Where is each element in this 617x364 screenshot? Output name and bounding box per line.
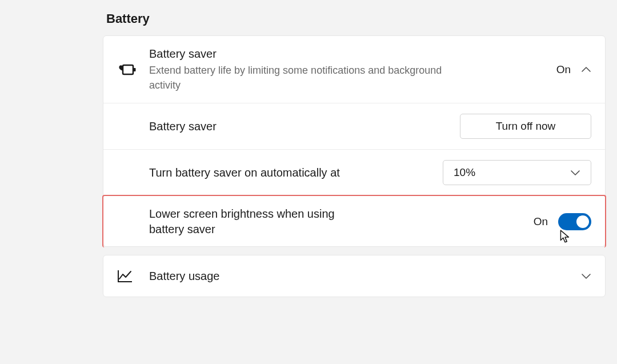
battery-saver-manual-row: Battery saver Turn off now [103,103,605,150]
lower-brightness-row: Lower screen brightness when using batte… [102,195,606,247]
battery-saver-icon [117,63,138,77]
battery-saver-status: On [556,63,571,76]
svg-rect-1 [134,68,136,71]
section-title: Battery [106,11,606,26]
turn-off-now-button[interactable]: Turn off now [460,114,591,139]
auto-threshold-value: 10% [454,166,475,179]
lower-brightness-toggle[interactable] [558,213,591,230]
chevron-down-icon [581,271,591,281]
battery-saver-auto-label: Turn battery saver on automatically at [149,165,443,181]
battery-saver-header[interactable]: Battery saver Extend battery life by lim… [103,36,605,103]
lower-brightness-label: Lower screen brightness when using batte… [149,206,366,237]
lower-brightness-status: On [534,215,548,228]
auto-threshold-dropdown[interactable]: 10% [443,160,591,185]
chevron-down-icon [570,167,580,178]
battery-saver-auto-row: Turn battery saver on automatically at 1… [103,150,605,196]
battery-usage-title: Battery usage [149,269,581,284]
chevron-up-icon [581,65,591,75]
toggle-knob [576,215,589,228]
battery-saver-description: Extend battery life by limiting some not… [149,63,458,93]
svg-rect-0 [123,65,133,74]
cursor-icon [559,229,571,244]
battery-usage-icon [117,269,138,283]
battery-saver-group: Battery saver Extend battery life by lim… [103,35,606,247]
battery-usage-group[interactable]: Battery usage [103,255,606,297]
battery-saver-manual-label: Battery saver [149,119,460,134]
battery-saver-title: Battery saver [149,46,556,62]
